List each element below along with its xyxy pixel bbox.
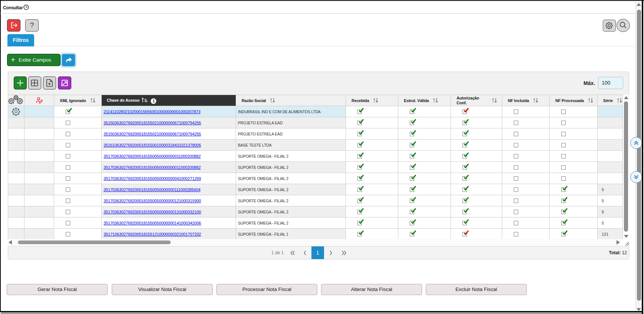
svg-text:x: x — [48, 81, 51, 86]
